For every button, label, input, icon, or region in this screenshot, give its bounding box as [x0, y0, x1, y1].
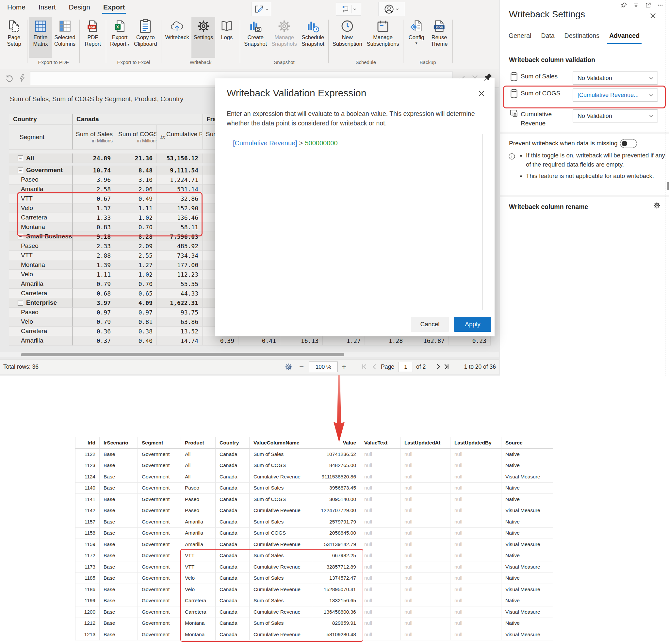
- matrix-cell[interactable]: 0.70: [115, 223, 157, 232]
- new-subscription-button[interactable]: NewSubscription: [330, 17, 365, 58]
- popout-icon[interactable]: [645, 2, 651, 9]
- matrix-cell[interactable]: 2.58: [72, 185, 115, 194]
- validation-dropdown-cumulative-revenue[interactable]: No Validation: [573, 110, 658, 123]
- undo-icon[interactable]: [5, 74, 14, 82]
- more-options-icon[interactable]: [657, 2, 664, 9]
- last-page-icon[interactable]: [443, 363, 450, 370]
- matrix-cell[interactable]: 1.37: [72, 203, 115, 213]
- matrix-cell[interactable]: 13.52: [157, 327, 202, 336]
- matrix-cell[interactable]: 0.83: [72, 223, 115, 232]
- matrix-cell[interactable]: 9,111.54: [157, 166, 202, 175]
- matrix-cell[interactable]: 1.28: [365, 336, 407, 345]
- matrix-cell[interactable]: 0.67: [72, 194, 115, 203]
- matrix-cell[interactable]: 1.02: [115, 270, 157, 279]
- prev-page-icon[interactable]: [371, 363, 378, 370]
- row-label[interactable]: Montana: [9, 223, 72, 232]
- matrix-cell[interactable]: 2.55: [115, 251, 157, 260]
- zoom-level[interactable]: 100 %: [309, 361, 338, 372]
- copy-to-clipboard-button[interactable]: Copy toClipboard: [132, 17, 159, 58]
- writeback-button[interactable]: Writeback: [163, 17, 191, 58]
- matrix-cell[interactable]: 0.68: [72, 289, 115, 298]
- matrix-cell[interactable]: 0.36: [72, 327, 115, 336]
- matrix-cell[interactable]: 0.70: [115, 279, 157, 289]
- manage-subscriptions-button[interactable]: ManageSubscriptions: [365, 17, 401, 58]
- matrix-cell[interactable]: 1,224.71: [157, 175, 202, 185]
- create-snapshot-button[interactable]: CreateSnapshot: [242, 17, 269, 58]
- ribbon-tab-insert[interactable]: Insert: [39, 3, 56, 14]
- matrix-cell[interactable]: 162.87: [407, 336, 449, 345]
- matrix-cell[interactable]: 136.46: [157, 213, 202, 223]
- page-input[interactable]: 1: [399, 362, 413, 372]
- dialog-close-icon[interactable]: [478, 89, 485, 97]
- panel-close-icon[interactable]: [649, 12, 657, 19]
- matrix-cell[interactable]: 152.90: [157, 203, 202, 213]
- ribbon-tab-home[interactable]: Home: [7, 3, 26, 14]
- rename-settings-gear-icon[interactable]: [653, 202, 660, 209]
- row-label[interactable]: −Government: [9, 166, 72, 175]
- collapse-icon[interactable]: −: [18, 300, 23, 306]
- matrix-cell[interactable]: 21.36: [115, 154, 157, 163]
- matrix-cell[interactable]: 1.11: [115, 203, 157, 213]
- add-comment-button[interactable]: [336, 3, 361, 16]
- matrix-cell[interactable]: 1.39: [72, 260, 115, 270]
- matrix-cell[interactable]: 3.97: [72, 298, 115, 307]
- matrix-cell[interactable]: 0.97: [115, 307, 157, 317]
- row-label[interactable]: Carretera: [9, 213, 72, 223]
- row-label[interactable]: −Enterprise: [9, 298, 72, 307]
- matrix-cell[interactable]: 9.18: [72, 232, 115, 241]
- row-label[interactable]: −Small Business: [9, 232, 72, 241]
- panel-scroll-thumb[interactable]: [667, 182, 669, 190]
- row-label[interactable]: Velo: [9, 203, 72, 213]
- matrix-cell[interactable]: 1,622.31: [157, 298, 202, 307]
- validation-dropdown-sum-of-cogs[interactable]: [Cumulative Revenue...: [573, 88, 658, 102]
- account-button[interactable]: [378, 2, 405, 16]
- matrix-cell[interactable]: 2.33: [72, 241, 115, 251]
- matrix-cell[interactable]: 53,156.12: [157, 154, 202, 163]
- matrix-cell[interactable]: 0.37: [72, 336, 115, 345]
- ribbon-tab-export[interactable]: Export: [103, 3, 125, 14]
- next-page-icon[interactable]: [435, 363, 442, 370]
- schedule-snapshot-button[interactable]: ScheduleSnapshot: [299, 17, 327, 58]
- matrix-cell[interactable]: 3.10: [115, 175, 157, 185]
- matrix-cell[interactable]: 4.09: [115, 298, 157, 307]
- matrix-cell[interactable]: 177.00: [157, 260, 202, 270]
- matrix-cell[interactable]: 8.28: [115, 232, 157, 241]
- row-label[interactable]: VTT: [9, 251, 72, 260]
- row-label[interactable]: Carretera: [9, 289, 72, 298]
- matrix-cell[interactable]: 0.97: [72, 307, 115, 317]
- panel-tab-data[interactable]: Data: [541, 32, 554, 44]
- matrix-cell[interactable]: 3.96: [72, 175, 115, 185]
- apply-button[interactable]: Apply: [454, 317, 491, 332]
- expression-editor[interactable]: [Cumulative Revenue]>500000000: [227, 134, 483, 310]
- panel-tab-advanced[interactable]: Advanced: [609, 32, 640, 44]
- matrix-cell[interactable]: 531.14: [157, 185, 202, 194]
- matrix-cell[interactable]: 0.79: [72, 279, 115, 289]
- matrix-cell[interactable]: 1.11: [72, 270, 115, 279]
- zoom-out-button[interactable]: −: [299, 360, 304, 374]
- zoom-in-button[interactable]: +: [342, 360, 346, 374]
- matrix-cell[interactable]: 93.75: [157, 307, 202, 317]
- matrix-cell[interactable]: 7,596.03: [157, 232, 202, 241]
- matrix-cell[interactable]: 16.13: [280, 336, 323, 345]
- row-label[interactable]: Paseo: [9, 175, 72, 185]
- scrollbar-thumb[interactable]: [21, 353, 344, 356]
- page-setup-button[interactable]: PageSetup: [3, 17, 26, 58]
- row-label[interactable]: Paseo: [9, 241, 72, 251]
- matrix-cell[interactable]: 0.81: [115, 317, 157, 327]
- collapse-icon[interactable]: −: [18, 168, 23, 173]
- reuse-theme-button[interactable]: JSONReuseTheme: [428, 17, 451, 58]
- matrix-cell[interactable]: 8.48: [115, 166, 157, 175]
- matrix-cell[interactable]: 58.11: [157, 223, 202, 232]
- matrix-cell[interactable]: 0.23: [449, 336, 490, 345]
- pin-panel-icon[interactable]: [621, 2, 627, 9]
- matrix-cell[interactable]: 2.88: [72, 251, 115, 260]
- matrix-cell[interactable]: 1.02: [115, 213, 157, 223]
- filter-icon[interactable]: [633, 2, 639, 9]
- ribbon-tab-design[interactable]: Design: [69, 3, 90, 14]
- row-label[interactable]: Amarilla: [9, 185, 72, 194]
- table-settings-gear-icon[interactable]: [285, 363, 293, 371]
- matrix-cell[interactable]: 1.27: [323, 336, 365, 345]
- panel-tab-destinations[interactable]: Destinations: [565, 32, 599, 44]
- matrix-cell[interactable]: 485.92: [157, 241, 202, 251]
- matrix-cell[interactable]: 0.49: [115, 194, 157, 203]
